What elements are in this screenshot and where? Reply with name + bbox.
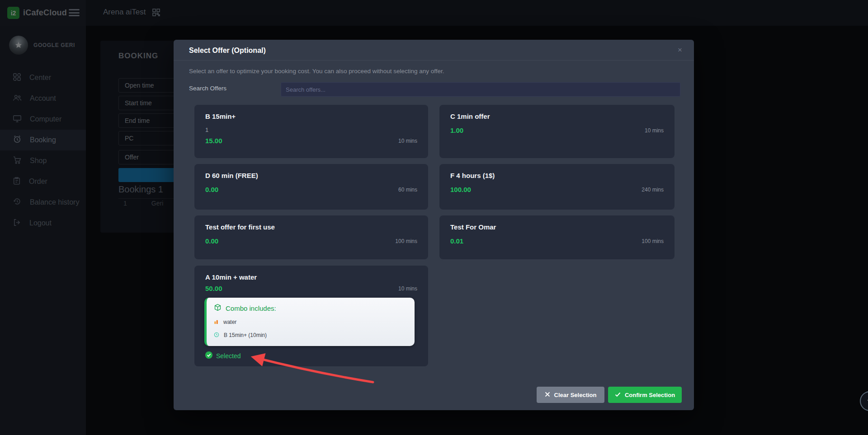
offer-name: Test offer for first use	[205, 223, 417, 231]
offer-name: C 1min offer	[450, 112, 664, 120]
offer-card-test-for-omar[interactable]: Test For Omar 0.01 100 mins	[439, 215, 675, 259]
package-icon	[214, 304, 222, 313]
confirm-selection-button[interactable]: Confirm Selection	[608, 387, 682, 403]
modal-subtitle: Select an offer to optimize your booking…	[189, 68, 444, 75]
offer-card-d60min-free[interactable]: D 60 min (FREE) 0.00 60 mins	[194, 164, 428, 210]
offer-card-test-first-use[interactable]: Test offer for first use 0.00 100 mins	[194, 215, 428, 259]
offer-duration: 10 mins	[645, 127, 664, 134]
combo-includes-box: Combo includes: water B 15min+ (10min)	[204, 298, 415, 346]
offer-price: 0.00	[205, 237, 218, 245]
check-circle-icon	[205, 351, 212, 360]
offer-duration: 60 mins	[398, 187, 417, 193]
offer-price: 0.00	[205, 186, 218, 193]
confirm-selection-label: Confirm Selection	[625, 392, 675, 398]
offer-duration: 100 mins	[395, 238, 417, 244]
selected-indicator: Selected	[205, 351, 417, 360]
offer-description: 1	[205, 126, 417, 133]
offer-name: D 60 min (FREE)	[205, 172, 417, 179]
offer-price: 1.00	[450, 126, 463, 134]
search-offers-label: Search Offers	[189, 85, 226, 92]
drink-icon	[214, 318, 219, 326]
offer-card-f4hours[interactable]: F 4 hours (1$) 100.00 240 mins	[439, 164, 675, 210]
offer-price: 50.00	[205, 285, 222, 292]
modal-title: Select Offer (Optional)	[189, 47, 266, 55]
offer-name: Test For Omar	[450, 223, 664, 231]
combo-item-label: water	[223, 319, 236, 325]
combo-item-b15min: B 15min+ (10min)	[214, 331, 407, 339]
offer-name: F 4 hours (1$)	[450, 172, 664, 179]
selected-label: Selected	[216, 352, 241, 360]
clear-selection-button[interactable]: Clear Selection	[537, 387, 604, 403]
select-offer-modal: Select Offer (Optional) × Select an offe…	[174, 40, 694, 410]
offer-duration: 240 mins	[642, 187, 664, 193]
offer-name: B 15min+	[205, 112, 417, 120]
offer-name: A 10min + water	[205, 273, 417, 281]
close-icon[interactable]: ×	[674, 44, 686, 56]
offer-card-b15min[interactable]: B 15min+ 1 15.00 10 mins	[194, 105, 428, 158]
offer-price: 100.00	[450, 186, 471, 193]
combo-item-label: B 15min+ (10min)	[224, 332, 267, 338]
modal-header-divider	[174, 60, 694, 61]
combo-item-water: water	[214, 318, 407, 326]
combo-title: Combo includes:	[226, 304, 276, 312]
offer-duration: 10 mins	[398, 285, 417, 292]
offer-card-c1min[interactable]: C 1min offer 1.00 10 mins	[439, 105, 675, 158]
offer-card-a10min-water-selected[interactable]: A 10min + water 50.00 10 mins Combo incl…	[194, 266, 428, 366]
offer-duration: 100 mins	[642, 238, 664, 244]
offer-duration: 10 mins	[398, 138, 417, 144]
x-icon	[545, 392, 550, 398]
offer-price: 0.01	[450, 237, 463, 245]
clear-selection-label: Clear Selection	[554, 392, 597, 398]
search-offers-input[interactable]	[281, 82, 680, 97]
offer-price: 15.00	[205, 137, 222, 145]
clock-icon	[214, 331, 219, 339]
check-icon	[615, 392, 621, 398]
